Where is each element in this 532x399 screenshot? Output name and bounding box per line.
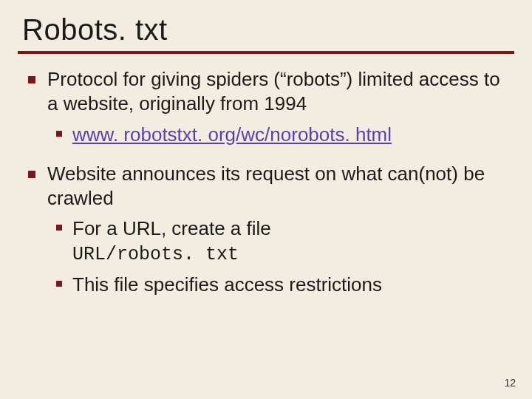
list-item: This file specifies access restrictions — [47, 271, 511, 301]
slide: Robots. txt Protocol for giving spiders … — [0, 0, 532, 399]
bullet-text: This file specifies access restrictions — [72, 273, 382, 296]
list-item: Protocol for giving spiders (“robots”) l… — [21, 67, 511, 162]
bullet-list-level1: Protocol for giving spiders (“robots”) l… — [21, 67, 511, 312]
bullet-list-level2: www. robotstxt. org/wc/norobots. html — [47, 121, 511, 151]
bullet-text: Protocol for giving spiders (“robots”) l… — [47, 68, 500, 115]
list-item: For a URL, create a file URL/robots. txt — [47, 215, 511, 270]
list-item: www. robotstxt. org/wc/norobots. html — [47, 121, 511, 151]
list-item: Website announces its request on what ca… — [21, 162, 511, 312]
slide-body: Protocol for giving spiders (“robots”) l… — [0, 54, 532, 312]
page-number: 12 — [504, 377, 516, 389]
slide-title: Robots. txt — [0, 13, 532, 51]
bullet-text: Website announces its request on what ca… — [47, 163, 485, 209]
link-robotstxt[interactable]: www. robotstxt. org/wc/norobots. html — [72, 123, 392, 146]
bullet-text: For a URL, create a file — [72, 217, 271, 239]
bullet-list-level2: For a URL, create a file URL/robots. txt… — [47, 215, 511, 301]
code-text: URL/robots. txt — [72, 243, 511, 267]
